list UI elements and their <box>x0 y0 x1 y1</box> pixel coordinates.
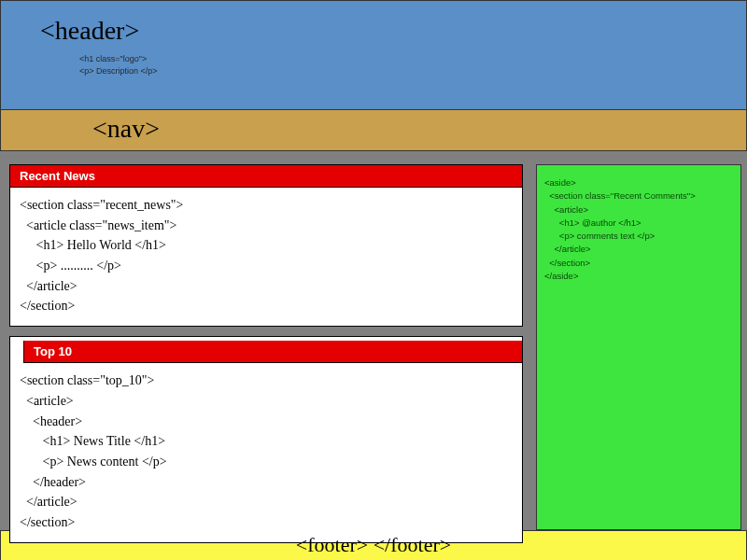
top10-body: <section class="top_10"> <article> <head… <box>10 363 522 542</box>
header-region: <header> <h1 class="logo"> <p> Descripti… <box>0 0 747 110</box>
left-column: Recent News <section class="recent_news"… <box>0 151 532 530</box>
aside-region: <aside> <section class="Recent Comments"… <box>536 164 741 530</box>
top10-card: Top 10 <section class="top_10"> <article… <box>9 336 523 543</box>
header-sub-line2: <p> Description </p> <box>79 65 707 77</box>
main-area: Recent News <section class="recent_news"… <box>0 151 747 530</box>
header-subcode: <h1 class="logo"> <p> Description </p> <box>79 53 707 77</box>
nav-region: <nav> <box>0 110 747 151</box>
recent-news-card: Recent News <section class="recent_news"… <box>9 164 523 327</box>
footer-label: <footer> </footer> <box>296 533 451 556</box>
header-sub-line1: <h1 class="logo"> <box>79 53 707 65</box>
header-tag-label: <header> <box>40 16 707 46</box>
nav-tag-label: <nav> <box>92 114 160 143</box>
recent-news-header: Recent News <box>10 165 522 188</box>
recent-news-body: <section class="recent_news"> <article c… <box>10 188 522 326</box>
top10-header: Top 10 <box>23 341 522 363</box>
